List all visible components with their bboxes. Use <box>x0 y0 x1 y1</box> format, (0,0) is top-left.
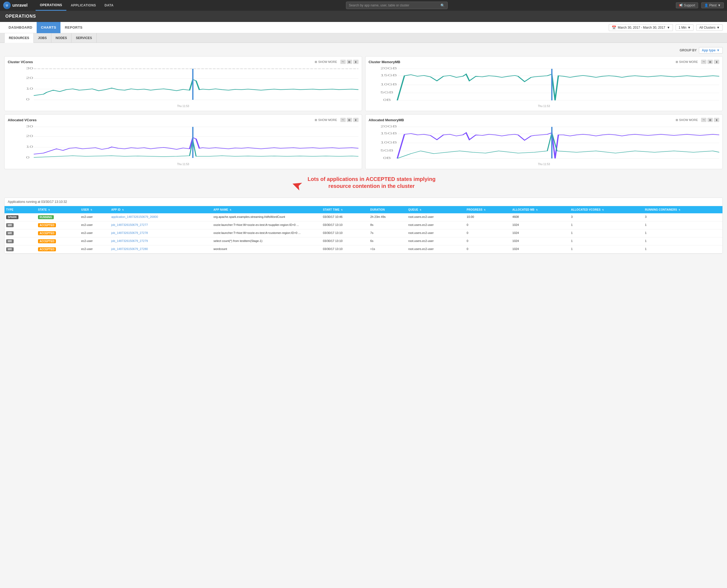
logo[interactable]: U unravel <box>3 2 27 9</box>
line-chart-icon[interactable]: 〜 <box>340 60 346 64</box>
chart-svg-alloc-vcores: 30 20 10 0 <box>8 124 359 162</box>
sub-tab-nodes[interactable]: NODES <box>51 33 72 43</box>
interval-chevron-icon: ▼ <box>688 26 691 29</box>
area-chart-icon2[interactable]: ▮ <box>714 60 719 64</box>
support-button[interactable]: 📢 Support <box>676 2 698 8</box>
table-row[interactable]: MR ACCEPTED ec2-user job_1487326150679_2… <box>4 221 723 229</box>
cell-appid-1[interactable]: job_1487326150679_27277 <box>110 221 212 229</box>
date-picker-button[interactable]: 📅 March 30, 2017 - March 30, 2017 ▼ <box>609 24 673 31</box>
area-chart-icon4[interactable]: ▮ <box>714 118 719 122</box>
bar-chart-icon3[interactable]: ▦ <box>347 118 352 122</box>
bar-chart-icon4[interactable]: ▦ <box>707 118 713 122</box>
table-row[interactable]: MR ACCEPTED ec2-user job_1487326150679_2… <box>4 229 723 237</box>
search-box[interactable]: 🔍 <box>346 2 448 9</box>
sub-tab-resources[interactable]: RESOURCES <box>4 33 34 43</box>
sort-icon-running-containers[interactable]: ⇅ <box>679 209 681 211</box>
area-chart-icon[interactable]: ▮ <box>353 60 359 64</box>
svg-text:5GB: 5GB <box>380 91 393 94</box>
chart-type-icons-alloc-vcores: 〜 ▦ ▮ <box>340 118 359 122</box>
sort-icon-starttime[interactable]: ⇅ <box>341 209 343 211</box>
type-badge-2: MR <box>6 231 14 235</box>
cell-running-containers-4: 1 <box>643 246 723 253</box>
cell-progress-1: 0 <box>465 221 511 229</box>
nav-applications[interactable]: APPLICATIONS <box>66 0 100 11</box>
cell-starttime-4: 03/30/17 13:10 <box>321 246 369 253</box>
show-more-memory[interactable]: ⊞ SHOW MORE <box>676 60 698 64</box>
cell-appname-4: wordcount <box>212 246 321 253</box>
sort-icon-state[interactable]: ⇅ <box>48 209 50 211</box>
cell-running-containers-2: 1 <box>643 229 723 237</box>
cell-allocated-vcores-3: 1 <box>570 237 643 246</box>
table-row[interactable]: MR ACCEPTED ec2-user job_1487326150679_2… <box>4 237 723 246</box>
calendar-icon: 📅 <box>612 25 616 30</box>
sub-tab-services[interactable]: SERVICES <box>71 33 96 43</box>
line-chart-icon4[interactable]: 〜 <box>701 118 706 122</box>
sort-icon-appid[interactable]: ⇅ <box>122 209 124 211</box>
search-input[interactable] <box>349 3 441 7</box>
table-row[interactable]: MR ACCEPTED ec2-user job_1487326150679_2… <box>4 246 723 253</box>
cell-appid-0[interactable]: application_1487326150679_26800 <box>110 213 212 221</box>
cell-queue-3: root.users.ec2-user <box>407 237 465 246</box>
line-chart-icon3[interactable]: 〜 <box>340 118 346 122</box>
show-more-alloc-vcores[interactable]: ⊞ SHOW MORE <box>315 118 337 122</box>
chart-header-alloc-vcores: Allocated VCores ⊞ SHOW MORE 〜 ▦ ▮ <box>8 118 359 122</box>
nav-data[interactable]: DATA <box>100 0 118 11</box>
chart-controls-vcores: ⊞ SHOW MORE 〜 ▦ ▮ <box>315 60 358 64</box>
bar-chart-icon[interactable]: ▦ <box>347 60 352 64</box>
col-appname: APP NAME ⇅ <box>212 206 321 213</box>
cell-allocated-mb-3: 1024 <box>511 237 570 246</box>
bar-chart-icon2[interactable]: ▦ <box>707 60 713 64</box>
col-queue: QUEUE ⇅ <box>407 206 465 213</box>
cell-appid-2[interactable]: job_1487326150679_27278 <box>110 229 212 237</box>
cell-allocated-mb-0: 4608 <box>511 213 570 221</box>
svg-text:10GB: 10GB <box>380 141 397 144</box>
line-chart-icon2[interactable]: 〜 <box>701 60 706 64</box>
nav-operations[interactable]: OPERATIONS <box>36 0 66 11</box>
svg-text:30: 30 <box>26 67 33 70</box>
sub-tab-jobs[interactable]: JOBS <box>34 33 51 43</box>
chart-title-alloc-memory: Allocated MemoryMB <box>369 118 404 122</box>
cluster-dropdown[interactable]: All Clusters ▼ <box>696 24 723 31</box>
sort-icon-allocated-mb[interactable]: ⇅ <box>536 209 538 211</box>
chart-title-memory: Cluster MemoryMB <box>369 60 400 64</box>
annotation-area: ➤ Lots of applications in ACCEPTED state… <box>4 173 723 197</box>
sort-icon-user[interactable]: ⇅ <box>90 209 92 211</box>
tab-reports[interactable]: REPORTS <box>61 22 87 33</box>
col-progress: PROGRESS ⇅ <box>465 206 511 213</box>
svg-text:0B: 0B <box>383 156 391 160</box>
cell-user-0: ec2-user <box>80 213 110 221</box>
svg-text:10: 10 <box>26 87 33 90</box>
user-button[interactable]: 👤 Ptest ▼ <box>701 2 724 8</box>
interval-dropdown[interactable]: 1 Min ▼ <box>676 24 693 31</box>
annotation-line1: Lots of applications in ACCEPTED states … <box>307 176 435 182</box>
chart-body-vcores: 30 20 10 0 <box>8 66 359 104</box>
cell-appid-3[interactable]: job_1487326150679_27279 <box>110 237 212 246</box>
sort-icon-progress[interactable]: ⇅ <box>484 209 486 211</box>
sort-icon-appname[interactable]: ⇅ <box>230 209 232 211</box>
chart-allocated-vcores: Allocated VCores ⊞ SHOW MORE 〜 ▦ ▮ 30 <box>4 114 362 169</box>
cell-user-4: ec2-user <box>80 246 110 253</box>
sort-icon-allocated-vcores[interactable]: ⇅ <box>602 209 604 211</box>
col-allocated-mb: ALLOCATED MB ⇅ <box>511 206 570 213</box>
cell-duration-1: 8s <box>369 221 407 229</box>
show-more-vcores[interactable]: ⊞ SHOW MORE <box>315 60 337 64</box>
col-appid: APP ID ⇅ <box>110 206 212 213</box>
chart-body-alloc-vcores: 30 20 10 0 <box>8 124 359 162</box>
tab-charts[interactable]: CHARTS <box>37 22 61 33</box>
search-area: 🔍 <box>123 2 670 9</box>
col-starttime: START TIME ⇅ <box>321 206 369 213</box>
cell-starttime-1: 03/30/17 13:10 <box>321 221 369 229</box>
svg-text:15GB: 15GB <box>380 74 397 77</box>
cell-appid-4[interactable]: job_1487326150679_27280 <box>110 246 212 253</box>
sort-icon-queue[interactable]: ⇅ <box>420 209 422 211</box>
svg-text:10: 10 <box>26 145 33 148</box>
cell-running-containers-1: 1 <box>643 221 723 229</box>
area-chart-icon3[interactable]: ▮ <box>353 118 359 122</box>
show-more-alloc-memory[interactable]: ⊞ SHOW MORE <box>676 118 698 122</box>
tab-dashboard[interactable]: DASHBOARD <box>4 22 37 33</box>
table-row[interactable]: SPARK RUNNING ec2-user application_14873… <box>4 213 723 221</box>
cell-starttime-2: 03/30/17 13:10 <box>321 229 369 237</box>
tab-bar: DASHBOARD CHARTS REPORTS 📅 March 30, 201… <box>0 22 727 33</box>
group-by-select[interactable]: App type ▼ <box>699 47 723 54</box>
cell-allocated-vcores-1: 1 <box>570 221 643 229</box>
